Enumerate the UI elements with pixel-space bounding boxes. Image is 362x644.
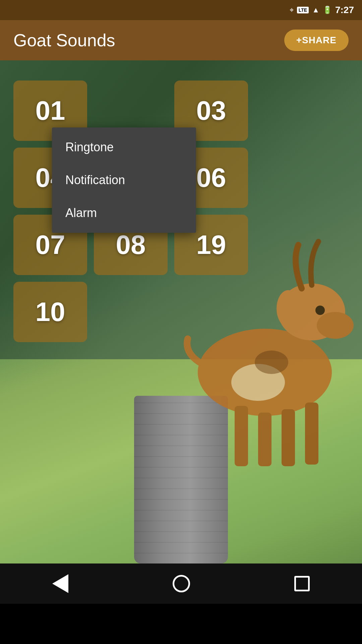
app-title: Goat Sounds xyxy=(13,30,115,50)
context-menu-ringtone[interactable]: Ringtone xyxy=(52,131,196,164)
svg-point-2 xyxy=(317,312,354,339)
status-icons: ⌖ LTE ▲ 🔋 7:27 xyxy=(290,5,354,15)
svg-point-4 xyxy=(315,306,325,315)
recent-icon xyxy=(294,576,310,591)
app-bar: Goat Sounds +SHARE xyxy=(0,20,362,60)
main-content: 01 02 03 04 05 06 07 08 19 10 Rington xyxy=(0,60,362,604)
lte-icon: LTE xyxy=(297,7,309,13)
battery-icon: 🔋 xyxy=(323,6,332,14)
nav-bar xyxy=(0,564,362,604)
svg-point-10 xyxy=(255,351,288,374)
sound-button-10[interactable]: 10 xyxy=(13,282,87,342)
home-icon xyxy=(173,575,190,592)
signal-icon: ▲ xyxy=(312,6,319,14)
nav-home-button[interactable] xyxy=(173,575,190,592)
svg-rect-5 xyxy=(235,406,248,466)
context-menu-notification[interactable]: Notification xyxy=(52,164,196,197)
location-icon: ⌖ xyxy=(290,6,294,14)
status-time: 7:27 xyxy=(335,5,354,15)
svg-rect-7 xyxy=(282,409,295,466)
svg-rect-6 xyxy=(258,413,272,466)
nav-recent-button[interactable] xyxy=(294,576,310,591)
svg-rect-8 xyxy=(305,402,318,465)
context-menu: Ringtone Notification Alarm xyxy=(52,127,196,233)
context-menu-alarm[interactable]: Alarm xyxy=(52,197,196,229)
svg-point-3 xyxy=(277,290,300,327)
share-button[interactable]: +SHARE xyxy=(284,30,349,51)
nav-back-button[interactable] xyxy=(52,574,68,593)
back-icon xyxy=(52,574,68,593)
status-bar: ⌖ LTE ▲ 🔋 7:27 xyxy=(0,0,362,20)
